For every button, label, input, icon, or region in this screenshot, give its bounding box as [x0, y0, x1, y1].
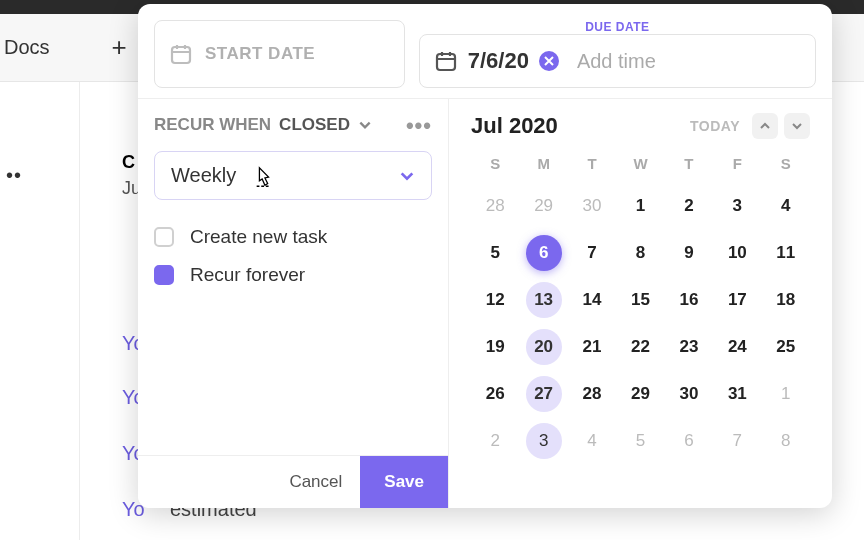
- checkbox-label: Recur forever: [190, 264, 305, 286]
- calendar-day[interactable]: 22: [616, 323, 664, 370]
- calendar-day[interactable]: 26: [471, 370, 519, 417]
- recur-when-label: RECUR WHEN: [154, 115, 271, 135]
- calendar-day[interactable]: 20: [519, 323, 567, 370]
- due-date-title: DUE DATE: [419, 20, 816, 34]
- recurrence-panel: RECUR WHEN CLOSED ••• Weekly Create new …: [138, 98, 448, 508]
- create-new-task-option[interactable]: Create new task: [154, 226, 432, 248]
- cursor-icon: [253, 166, 275, 190]
- prev-month-button[interactable]: [752, 113, 778, 139]
- weekday-label: S: [762, 149, 810, 178]
- svg-rect-1: [437, 54, 455, 70]
- today-button[interactable]: TODAY: [684, 114, 746, 138]
- more-icon[interactable]: ••: [6, 164, 22, 187]
- weekday-label: S: [471, 149, 519, 178]
- calendar-day[interactable]: 9: [665, 229, 713, 276]
- calendar-day[interactable]: 27: [519, 370, 567, 417]
- date-inputs-row: START DATE DUE DATE 7/6/20 Add time: [138, 4, 832, 98]
- calendar-day[interactable]: 5: [616, 417, 664, 464]
- left-gutter: [0, 82, 80, 540]
- calendar-day[interactable]: 18: [762, 276, 810, 323]
- calendar-month-label: Jul 2020: [471, 113, 558, 139]
- recur-options-icon[interactable]: •••: [406, 120, 432, 131]
- calendar-day[interactable]: 8: [762, 417, 810, 464]
- due-date-wrap: DUE DATE 7/6/20 Add time: [419, 20, 816, 88]
- calendar-grid: 2829301234567891011121314151617181920212…: [471, 182, 810, 464]
- checkbox-label: Create new task: [190, 226, 327, 248]
- calendar-day[interactable]: 15: [616, 276, 664, 323]
- checkbox-unchecked-icon[interactable]: [154, 227, 174, 247]
- calendar-day[interactable]: 6: [665, 417, 713, 464]
- calendar-day[interactable]: 24: [713, 323, 761, 370]
- frequency-dropdown[interactable]: Weekly: [154, 151, 432, 200]
- calendar-day[interactable]: 21: [568, 323, 616, 370]
- calendar-controls: TODAY: [684, 113, 810, 139]
- nav-docs-tab[interactable]: Docs: [4, 36, 50, 59]
- weekday-label: W: [616, 149, 664, 178]
- calendar-day[interactable]: 10: [713, 229, 761, 276]
- frequency-value: Weekly: [171, 164, 236, 187]
- modal-body: RECUR WHEN CLOSED ••• Weekly Create new …: [138, 98, 832, 508]
- calendar-day[interactable]: 28: [471, 182, 519, 229]
- calendar-day[interactable]: 11: [762, 229, 810, 276]
- due-date-value: 7/6/20: [468, 48, 529, 74]
- recur-when-value: CLOSED: [279, 115, 350, 135]
- weekday-label: T: [665, 149, 713, 178]
- calendar-day[interactable]: 7: [568, 229, 616, 276]
- calendar-day[interactable]: 13: [519, 276, 567, 323]
- chevron-down-icon: [358, 118, 372, 132]
- due-date-input[interactable]: 7/6/20 Add time: [419, 34, 816, 88]
- chevron-down-icon: [791, 120, 803, 132]
- calendar-day[interactable]: 29: [519, 182, 567, 229]
- date-picker-modal: START DATE DUE DATE 7/6/20 Add time RECU…: [138, 4, 832, 508]
- calendar-day[interactable]: 17: [713, 276, 761, 323]
- calendar-day[interactable]: 7: [713, 417, 761, 464]
- calendar-day[interactable]: 23: [665, 323, 713, 370]
- calendar-day[interactable]: 5: [471, 229, 519, 276]
- calendar-day[interactable]: 12: [471, 276, 519, 323]
- recur-forever-option[interactable]: Recur forever: [154, 264, 432, 286]
- chevron-up-icon: [759, 120, 771, 132]
- calendar-day[interactable]: 30: [568, 182, 616, 229]
- weekday-label: F: [713, 149, 761, 178]
- weekday-label: T: [568, 149, 616, 178]
- bg-text: C: [122, 152, 135, 173]
- calendar-day[interactable]: 25: [762, 323, 810, 370]
- add-time-button[interactable]: Add time: [577, 50, 656, 73]
- calendar-icon: [169, 42, 193, 66]
- svg-rect-0: [172, 47, 190, 63]
- save-button[interactable]: Save: [360, 456, 448, 508]
- calendar-day[interactable]: 16: [665, 276, 713, 323]
- calendar-weekday-row: SMTWTFS: [471, 149, 810, 178]
- chevron-down-icon: [399, 168, 415, 184]
- modal-footer: Cancel Save: [138, 455, 448, 508]
- clear-due-date-button[interactable]: [539, 51, 559, 71]
- calendar-day[interactable]: 8: [616, 229, 664, 276]
- start-date-label: START DATE: [205, 44, 315, 64]
- calendar-day[interactable]: 1: [762, 370, 810, 417]
- start-date-input[interactable]: START DATE: [154, 20, 405, 88]
- close-icon: [544, 56, 554, 66]
- next-month-button[interactable]: [784, 113, 810, 139]
- calendar-day[interactable]: 2: [665, 182, 713, 229]
- weekday-label: M: [519, 149, 567, 178]
- calendar-day[interactable]: 30: [665, 370, 713, 417]
- calendar-day[interactable]: 28: [568, 370, 616, 417]
- calendar-day[interactable]: 3: [519, 417, 567, 464]
- calendar-day[interactable]: 29: [616, 370, 664, 417]
- calendar-icon: [434, 49, 458, 73]
- calendar-day[interactable]: 4: [568, 417, 616, 464]
- calendar-day[interactable]: 4: [762, 182, 810, 229]
- calendar-day[interactable]: 31: [713, 370, 761, 417]
- checkbox-checked-icon[interactable]: [154, 265, 174, 285]
- calendar-day[interactable]: 2: [471, 417, 519, 464]
- calendar-header: Jul 2020 TODAY: [471, 113, 810, 139]
- calendar-day[interactable]: 6: [519, 229, 567, 276]
- calendar-day[interactable]: 1: [616, 182, 664, 229]
- add-tab-icon[interactable]: +: [112, 32, 127, 63]
- calendar-day[interactable]: 14: [568, 276, 616, 323]
- calendar-day[interactable]: 3: [713, 182, 761, 229]
- calendar-day[interactable]: 19: [471, 323, 519, 370]
- calendar-panel: Jul 2020 TODAY SMTWTFS 28293012345678910…: [448, 98, 832, 508]
- cancel-button[interactable]: Cancel: [271, 456, 360, 508]
- recur-when-selector[interactable]: RECUR WHEN CLOSED •••: [154, 115, 432, 135]
